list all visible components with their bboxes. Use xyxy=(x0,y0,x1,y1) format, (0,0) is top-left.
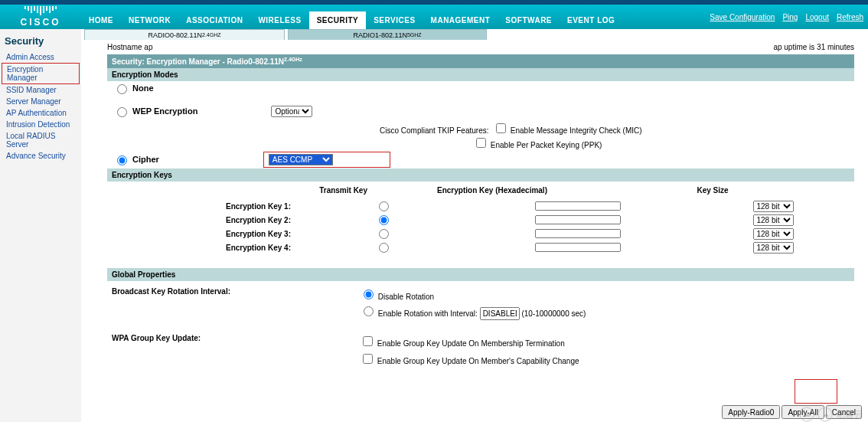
checkbox-membership[interactable] xyxy=(363,336,373,346)
col-transmit: Transmit Key xyxy=(107,186,367,195)
key2-hex[interactable] xyxy=(535,215,621,224)
cipher-select-highlight: AES CCMP xyxy=(263,152,390,168)
cipher-select[interactable]: AES CCMP xyxy=(269,154,333,165)
nav-eventlog[interactable]: EVENT LOG xyxy=(560,11,622,29)
top-right-links: Save Configuration Ping Logout Refresh xyxy=(710,13,868,21)
label-disable-rotation: Disable Rotation xyxy=(378,293,434,301)
nav-software[interactable]: SOFTWARE xyxy=(498,11,560,29)
radio-wep[interactable] xyxy=(117,107,127,117)
section-title: Security: Encryption Manager - Radio0-80… xyxy=(107,54,854,68)
sidebar-item-ssid[interactable]: SSID Manager xyxy=(2,84,80,96)
nav-network[interactable]: NETWORK xyxy=(121,11,178,29)
label-none: None xyxy=(132,83,154,93)
label-capability: Enable Group Key Update On Member's Capa… xyxy=(377,357,579,365)
checkbox-capability[interactable] xyxy=(363,354,373,364)
encryption-keys-bar: Encryption Keys xyxy=(107,168,854,182)
watermark-text: 亿速云 xyxy=(836,408,863,421)
col-hex: Encryption Key (Hexadecimal) xyxy=(374,186,611,195)
label-ppk: Enable Per Packet Keying (PPK) xyxy=(491,141,602,149)
key4-label: Encryption Key 4: xyxy=(107,244,306,252)
nav-association[interactable]: ASSOCIATION xyxy=(178,11,250,29)
radio-none[interactable] xyxy=(117,84,127,94)
sidebar-item-advance[interactable]: Advance Security xyxy=(2,150,80,162)
ping-link[interactable]: Ping xyxy=(782,13,798,21)
sidebar-item-server[interactable]: Server Manager xyxy=(2,96,80,107)
refresh-link[interactable]: Refresh xyxy=(837,13,863,21)
highlight-box xyxy=(795,379,837,404)
wpa-update-label: WPA Group Key Update: xyxy=(107,334,360,348)
key1-hex[interactable] xyxy=(535,201,621,211)
main-nav: HOME NETWORK ASSOCIATION WIRELESS SECURI… xyxy=(81,5,710,29)
header-bar: CISCO HOME NETWORK ASSOCIATION WIRELESS … xyxy=(0,5,868,29)
label-mic: Enable Message Integrity Check (MIC) xyxy=(511,126,642,135)
key1-size[interactable]: 128 bit xyxy=(753,201,794,212)
key3-label: Encryption Key 3: xyxy=(107,230,306,238)
sidebar: Security Admin Access Encryption Manager… xyxy=(0,29,81,422)
rotation-interval-input[interactable] xyxy=(480,307,520,320)
sidebar-title: Security xyxy=(2,34,80,48)
broadcast-label: Broadcast Key Rotation Interval: xyxy=(107,287,360,301)
key2-transmit[interactable] xyxy=(379,215,389,225)
main-content: RADIO0-802.11N2.4GHZ RADIO1-802.11N5GHZ … xyxy=(81,29,868,422)
tab-radio1[interactable]: RADIO1-802.11N5GHZ xyxy=(288,29,487,40)
key1-label: Encryption Key 1: xyxy=(107,202,306,211)
sidebar-item-radius[interactable]: Local RADIUS Server xyxy=(2,130,80,150)
label-cipher: Cipher xyxy=(132,155,159,164)
nav-management[interactable]: MANAGEMENT xyxy=(423,11,498,29)
key3-transmit[interactable] xyxy=(379,229,389,239)
tab-radio1-sup: 5GHZ xyxy=(407,32,422,38)
key4-hex[interactable] xyxy=(535,243,621,252)
key2-label: Encryption Key 2: xyxy=(107,216,306,224)
key3-hex[interactable] xyxy=(535,229,621,238)
key4-transmit[interactable] xyxy=(379,243,389,253)
uptime-label: ap uptime is 31 minutes xyxy=(773,43,854,51)
tab-radio1-label: RADIO1-802.11N xyxy=(353,31,407,39)
radio-disable-rotation[interactable] xyxy=(364,290,374,299)
radio-enable-rotation[interactable] xyxy=(364,306,374,316)
logo-text: CISCO xyxy=(20,17,60,28)
nav-security[interactable]: SECURITY xyxy=(309,11,367,29)
nav-home[interactable]: HOME xyxy=(81,11,121,29)
apply-radio0-button[interactable]: Apply-Radio0 xyxy=(722,405,780,419)
checkbox-mic[interactable] xyxy=(496,123,506,133)
cloud-icon: ☁ xyxy=(799,407,814,422)
sidebar-item-apauth[interactable]: AP Authentication xyxy=(2,107,80,119)
key2-size[interactable]: 128 bit xyxy=(753,214,794,226)
tab-radio0-sup: 2.4GHZ xyxy=(202,32,221,38)
wep-mode-select[interactable]: Optional xyxy=(271,106,312,117)
logout-link[interactable]: Logout xyxy=(805,13,829,21)
label-membership: Enable Group Key Update On Membership Te… xyxy=(377,339,565,348)
sidebar-item-admin[interactable]: Admin Access xyxy=(2,51,80,63)
sidebar-item-encryption[interactable]: Encryption Manager xyxy=(2,63,80,84)
radio-cipher[interactable] xyxy=(117,155,127,165)
label-wep: WEP Encryption xyxy=(132,106,197,116)
key1-transmit[interactable] xyxy=(379,201,389,211)
cisco-logo: CISCO xyxy=(0,5,81,29)
watermark: ☁ ☁ 亿速云 xyxy=(799,407,863,422)
tkip-features-label: Cisco Compliant TKIP Features: xyxy=(380,126,488,135)
tab-radio0-label: RADIO0-802.11N xyxy=(148,31,202,39)
col-size: Key Size xyxy=(617,186,808,195)
label-rotation-range: (10-10000000 sec) xyxy=(521,309,586,318)
label-enable-rotation: Enable Rotation with Interval: xyxy=(378,309,478,318)
hostname-label: Hostname ap xyxy=(107,43,152,51)
global-properties-bar: Global Properties xyxy=(107,268,854,281)
encryption-modes-bar: Encryption Modes xyxy=(107,68,854,81)
key4-size[interactable]: 128 bit xyxy=(753,242,794,254)
key3-size[interactable]: 128 bit xyxy=(753,228,794,240)
checkbox-ppk[interactable] xyxy=(476,138,486,148)
sidebar-item-intrusion[interactable]: Intrusion Detection xyxy=(2,119,80,130)
cloud-icon: ☁ xyxy=(817,407,833,422)
tab-radio0[interactable]: RADIO0-802.11N2.4GHZ xyxy=(84,29,285,40)
nav-services[interactable]: SERVICES xyxy=(366,11,423,29)
nav-wireless[interactable]: WIRELESS xyxy=(250,11,308,29)
save-config-link[interactable]: Save Configuration xyxy=(710,13,775,21)
